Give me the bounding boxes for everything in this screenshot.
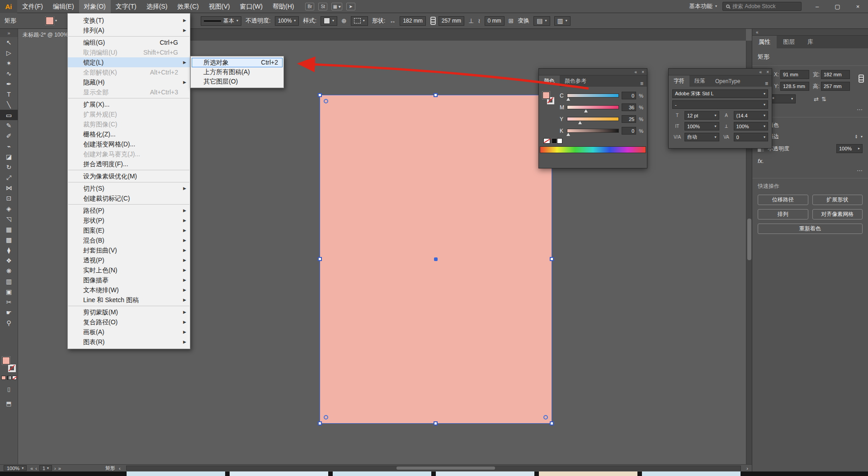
collapse-panel-icon[interactable]: « [760,70,762,75]
slider-thumb-y[interactable] [578,121,582,124]
none-button[interactable] [12,376,17,380]
tab-color-guide[interactable]: 颜色参考 [560,75,591,87]
rotate-tool[interactable]: ↻ [0,162,18,172]
fill-stroke-indicator[interactable] [542,91,557,110]
slider-track-k[interactable] [567,129,619,133]
magic-wand-tool[interactable]: ✶ [0,58,18,68]
panel-menu-icon[interactable]: ≡ [637,80,647,87]
symbol-sprayer-tool[interactable]: ❋ [0,266,18,276]
menu-item-live-paint[interactable]: 实时上色(N)▶ [68,265,190,275]
opacity-dropdown[interactable]: 100% ▾ [275,16,299,26]
scale-tool[interactable]: ⤢ [0,172,18,182]
horizontal-scale-dropdown[interactable]: 100% ▾ [734,122,769,131]
center-point[interactable] [434,257,438,261]
channel-value-field-k[interactable]: 0 [622,127,636,135]
horizontal-scrollbar-thumb[interactable] [396,467,495,470]
tab-libraries[interactable]: 库 [801,36,820,48]
color-spectrum-bar[interactable] [540,146,646,153]
slider-track-m[interactable] [567,105,619,109]
close-panel-icon[interactable]: × [766,70,769,75]
corner-widget-bottom-left[interactable] [324,415,328,420]
menubar-item-effect[interactable]: 效果(C) [172,0,203,13]
menu-item-arrange[interactable]: 排列(A)▶ [68,25,190,35]
quick-action-offset-path[interactable]: 位移路径 [758,195,808,205]
lasso-tool[interactable]: ∿ [0,68,18,79]
width-tool[interactable]: ⋈ [0,182,18,193]
menu-item-pattern[interactable]: 图案(E)▶ [68,225,190,235]
direct-selection-tool[interactable]: ▷ [0,47,18,58]
height-field[interactable]: 257 mm [821,82,850,91]
line-segment-tool[interactable]: ╲ [0,99,18,110]
menubar-item-object[interactable]: 对象(O) [79,0,111,13]
slider-track-c[interactable] [567,93,619,98]
taskbar-window-2[interactable] [230,471,328,476]
type-tool[interactable]: T [0,89,18,99]
corner-widget-bottom-right[interactable] [543,415,548,420]
pencil-tool[interactable]: ✐ [0,131,18,141]
close-button[interactable]: × [848,0,868,13]
selection-handle-bottom-left[interactable] [318,421,322,425]
draw-mode-icon[interactable]: ▯ [7,384,10,394]
none-swatch[interactable] [543,138,550,144]
more-options-icon[interactable]: ⋯ [758,167,863,174]
rectangle-tool[interactable]: ▭ [0,110,18,120]
lock-submenu-item-other-layers[interactable]: 其它图层(O) [192,77,283,86]
tracking-dropdown[interactable]: 0 ▾ [734,133,769,141]
menu-item-text-wrap[interactable]: 文本绕排(W)▶ [68,285,190,295]
previous-artboard-icon[interactable]: ‹ [35,466,37,471]
corner-widget-top-left[interactable] [324,99,328,103]
menu-item-line-sketch-art[interactable]: Line 和 Sketch 图稿▶ [68,295,190,305]
vertical-scrollbar-thumb[interactable] [747,219,751,260]
zoom-tool[interactable]: ⚲ [0,317,18,328]
shape-height-field[interactable]: 257 mm [439,16,464,26]
font-family-dropdown[interactable]: Adobe 宋体 Std L ▾ [672,89,768,98]
menu-item-path[interactable]: 路径(P)▶ [68,205,190,215]
lock-submenu-item-selection[interactable]: 所选对象Ctrl+2 [192,58,283,67]
select-similar-dropdown[interactable]: ▾ [351,16,368,26]
free-transform-tool[interactable]: ⊡ [0,193,18,203]
selection-handle-right[interactable] [550,257,554,261]
style-dropdown[interactable]: ▾ [321,16,337,26]
menubar-item-file[interactable]: 文件(F) [17,0,48,13]
menu-item-create-gradient-mesh[interactable]: 创建渐变网格(D)... [68,139,190,149]
hand-tool[interactable]: ☛ [0,307,18,317]
tab-color[interactable]: 颜色 [539,75,560,87]
selected-rectangle-object[interactable] [320,95,552,423]
menu-item-hide[interactable]: 隐藏(H)▶ [68,77,190,87]
perspective-grid-tool[interactable]: ◹ [0,214,18,224]
selection-handle-left[interactable] [318,257,322,261]
slider-track-y[interactable] [567,117,619,121]
column-graph-tool[interactable]: ▥ [0,276,18,286]
menu-item-lock[interactable]: 锁定(L)▶ [68,57,190,67]
align-dropdown[interactable]: ▤ ▾ [533,16,550,26]
link-proportions-icon[interactable] [858,75,863,83]
lock-submenu-item-all-artwork-above[interactable]: 上方所有图稿(A) [192,67,283,77]
opacity-field[interactable]: 100% ▸ [836,144,863,153]
menu-item-slice[interactable]: 切片(S)▶ [68,183,190,193]
color-button[interactable] [1,376,6,380]
menu-item-shape[interactable]: 形状(P)▶ [68,215,190,225]
collapse-panel-icon[interactable]: « [635,70,637,75]
fill-proxy-swatch[interactable] [2,357,10,364]
more-options-icon[interactable]: ⋯ [758,106,863,113]
maximize-button[interactable]: ▢ [827,0,848,13]
mesh-tool[interactable]: ▦ [0,224,18,234]
last-artboard-icon[interactable]: » [58,466,61,471]
kerning-dropdown[interactable]: 自动 ▾ [684,133,719,141]
shape-builder-tool[interactable]: ◈ [0,203,18,214]
stroke-row[interactable]: 描边 ▴▾ ▾ [758,133,863,140]
paintbrush-tool[interactable]: ✎ [0,120,18,131]
toolbar-collapse-icon[interactable]: » [0,29,18,37]
bridge-icon[interactable]: Br [305,3,314,10]
panel-menu-icon[interactable]: ≡ [761,80,772,87]
stroke-weight-stepper[interactable]: ▴▾ [855,135,857,139]
width-field[interactable]: 182 mm [821,70,850,79]
close-panel-icon[interactable]: × [642,70,644,75]
selection-handle-bottom-right[interactable] [550,421,554,425]
y-position-field[interactable]: 128.5 mm [780,82,809,91]
link-dimensions-icon[interactable] [430,17,434,25]
transform-label[interactable]: 变换 [518,17,529,25]
menubar-item-help[interactable]: 帮助(H) [268,0,299,13]
selection-handle-bottom[interactable] [434,421,438,425]
horizontal-scrollbar[interactable] [126,466,741,471]
